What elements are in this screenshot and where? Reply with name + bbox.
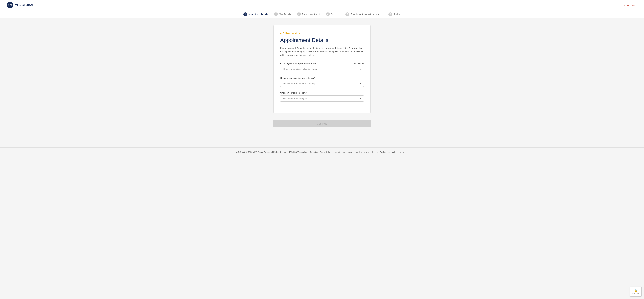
footer: AR-6.0.40 © 2023 VFS Global Group. All R… — [0, 147, 644, 157]
logo-text: VFS.GLOBAL — [15, 3, 34, 6]
logo-icon: VFS — [7, 2, 14, 8]
footer-text: AR-6.0.40 © 2023 VFS Global Group. All R… — [7, 151, 637, 153]
chevron-down-icon: ▾ — [636, 4, 637, 6]
sub-category-label: Choose your sub-category* — [280, 91, 307, 94]
step-6-review[interactable]: 6 Review — [386, 10, 404, 18]
step-3-label: Book Appointment — [302, 13, 320, 15]
step-6-label: Review — [394, 13, 401, 15]
step-4-services[interactable]: 4 Services — [323, 10, 342, 18]
main-content: All fields are mandatory Appointment Det… — [0, 18, 644, 120]
sub-category-select[interactable]: Select your sub-category — [280, 95, 364, 102]
step-5-label: Travel Assistance with Insurance — [350, 13, 382, 15]
my-account-label: My Account — [624, 4, 636, 6]
visa-centre-label-row: Choose your Visa Application Centre* 22 … — [280, 62, 364, 64]
step-1-appointment-details[interactable]: 1 Appointment Details — [240, 10, 271, 18]
step-1-number: 1 — [243, 12, 247, 16]
step-1-label: Appointment Details — [248, 13, 268, 15]
appointment-category-select[interactable]: Select your appointment category — [280, 81, 364, 87]
step-6-number: 6 — [388, 12, 392, 16]
form-card: All fields are mandatory Appointment Det… — [273, 25, 371, 113]
visa-centre-select[interactable]: Choose your Visa Application Centre — [280, 66, 364, 72]
form-title: Appointment Details — [280, 37, 364, 43]
header: VFS VFS.GLOBAL My Account ▾ — [0, 0, 644, 10]
form-description: Please provide information about the typ… — [280, 47, 364, 57]
appointment-category-label-row: Choose your appointment category* — [280, 77, 364, 79]
mandatory-text: All fields are mandatory — [280, 32, 364, 34]
my-account-button[interactable]: My Account ▾ — [624, 4, 637, 6]
appointment-category-label: Choose your appointment category* — [280, 77, 315, 79]
visa-centre-count: 22 Centres — [354, 62, 364, 64]
sub-category-group: Choose your sub-category* Select your su… — [280, 91, 364, 102]
step-navigation: 1 Appointment Details 2 Your Details 3 B… — [0, 10, 644, 18]
step-3-book-appointment[interactable]: 3 Book Appointment — [294, 10, 323, 18]
appointment-category-group: Choose your appointment category* Select… — [280, 77, 364, 87]
step-2-number: 2 — [274, 12, 278, 16]
step-2-your-details[interactable]: 2 Your Details — [271, 10, 294, 18]
step-4-number: 4 — [326, 12, 330, 16]
step-3-number: 3 — [297, 12, 301, 16]
step-2-label: Your Details — [279, 13, 291, 15]
visa-centre-label: Choose your Visa Application Centre* — [280, 62, 317, 64]
step-5-travel-assistance[interactable]: 5 Travel Assistance with Insurance — [342, 10, 385, 18]
logo-area: VFS VFS.GLOBAL — [7, 2, 34, 8]
continue-button[interactable]: Continue — [273, 120, 371, 127]
visa-centre-group: Choose your Visa Application Centre* 22 … — [280, 62, 364, 72]
step-5-number: 5 — [346, 12, 349, 16]
step-4-label: Services — [331, 13, 340, 15]
sub-category-label-row: Choose your sub-category* — [280, 91, 364, 94]
